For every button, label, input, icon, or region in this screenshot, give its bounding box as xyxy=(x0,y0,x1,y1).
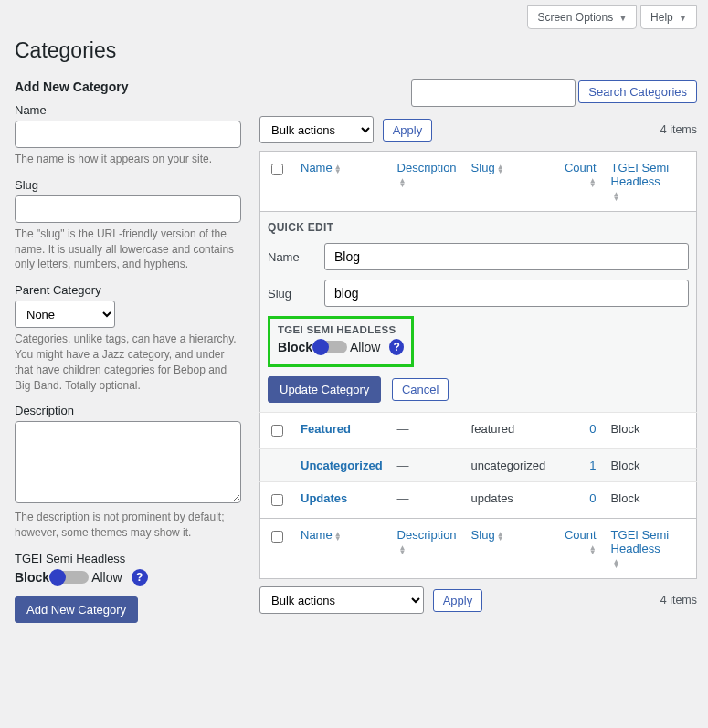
select-all-bottom[interactable] xyxy=(271,531,283,543)
help-label: Help xyxy=(650,11,673,24)
col-description[interactable]: Description xyxy=(397,161,457,174)
slug-help: The "slug" is the URL-friendly version o… xyxy=(15,227,241,272)
tgei-highlight-box: TGEI SEMI HEADLESS Block Allow ? xyxy=(268,316,414,367)
row-checkbox[interactable] xyxy=(271,425,283,437)
qe-slug-label: Slug xyxy=(268,287,324,301)
toggle-block-label: Block xyxy=(15,570,49,585)
add-new-category-button[interactable]: Add New Category xyxy=(15,596,138,623)
bulk-actions-select-top[interactable]: Bulk actions xyxy=(259,116,374,143)
screen-options-button[interactable]: Screen Options ▼ xyxy=(527,5,637,29)
sort-icon: ▲▼ xyxy=(497,532,504,541)
description-input[interactable] xyxy=(15,421,241,503)
add-new-heading: Add New Category xyxy=(15,79,241,94)
row-name-link[interactable]: Updates xyxy=(301,491,347,505)
tgei-label: TGEI Semi Headless xyxy=(15,552,241,565)
help-icon[interactable]: ? xyxy=(389,339,404,355)
parent-help: Categories, unlike tags, can have a hier… xyxy=(15,332,241,393)
col-name-foot[interactable]: Name xyxy=(301,528,333,542)
update-category-button[interactable]: Update Category xyxy=(268,376,381,403)
screen-options-label: Screen Options xyxy=(537,11,613,24)
help-button[interactable]: Help ▼ xyxy=(640,5,697,29)
sort-icon: ▲▼ xyxy=(399,178,407,187)
items-count-bottom: 4 items xyxy=(660,594,697,607)
description-help: The description is not prominent by defa… xyxy=(15,510,241,541)
row-slug: updates xyxy=(471,491,513,505)
chevron-down-icon: ▼ xyxy=(619,14,628,23)
page-title: Categories xyxy=(15,38,708,63)
tgei-toggle[interactable] xyxy=(52,571,89,584)
table-row: Uncategorized—uncategorized1Block xyxy=(260,449,697,482)
row-slug: uncategorized xyxy=(471,459,546,472)
row-tgei: Block xyxy=(611,459,640,472)
name-help: The name is how it appears on your site. xyxy=(15,152,241,167)
row-description: — xyxy=(397,459,409,472)
qe-name-label: Name xyxy=(268,250,324,264)
row-name-link[interactable]: Featured xyxy=(301,422,351,436)
col-tgei-foot[interactable]: TGEI Semi Headless xyxy=(611,528,670,555)
qe-toggle-allow-label: Allow xyxy=(350,340,380,354)
sort-icon: ▲▼ xyxy=(589,545,597,554)
name-input[interactable] xyxy=(15,121,241,148)
sort-icon: ▲▼ xyxy=(589,178,597,187)
table-row: Featured—featured0Block xyxy=(260,413,697,449)
qe-tgei-heading: TGEI SEMI HEADLESS xyxy=(278,324,404,335)
name-label: Name xyxy=(15,103,241,117)
categories-table: Name▲▼ Description▲▼ Slug▲▼ Count▲▼ TGEI… xyxy=(259,151,697,579)
apply-button-top[interactable]: Apply xyxy=(383,119,433,142)
row-slug: featured xyxy=(471,422,515,436)
select-all-top[interactable] xyxy=(271,164,283,175)
toggle-thumb xyxy=(312,339,329,355)
apply-button-bottom[interactable]: Apply xyxy=(433,589,483,612)
sort-icon: ▲▼ xyxy=(613,559,620,568)
toggle-allow-label: Allow xyxy=(91,570,122,585)
col-slug[interactable]: Slug xyxy=(471,161,495,174)
row-checkbox[interactable] xyxy=(271,494,283,506)
row-description: — xyxy=(397,491,409,505)
quick-edit-heading: QUICK EDIT xyxy=(268,221,689,234)
sort-icon: ▲▼ xyxy=(334,164,342,174)
qe-tgei-toggle[interactable] xyxy=(315,341,347,353)
search-button[interactable]: Search Categories xyxy=(578,80,697,103)
slug-label: Slug xyxy=(15,178,241,192)
bulk-actions-select-bottom[interactable]: Bulk actions xyxy=(259,586,424,614)
qe-toggle-block-label: Block xyxy=(278,340,312,354)
chevron-down-icon: ▼ xyxy=(679,14,687,23)
col-count[interactable]: Count xyxy=(565,161,597,174)
col-count-foot[interactable]: Count xyxy=(565,528,597,542)
sort-icon: ▲▼ xyxy=(334,532,342,541)
parent-select[interactable]: None xyxy=(15,301,115,328)
row-count-link[interactable]: 0 xyxy=(589,491,596,505)
toggle-thumb xyxy=(49,569,66,586)
help-icon[interactable]: ? xyxy=(132,569,148,586)
row-name-link[interactable]: Uncategorized xyxy=(301,459,383,472)
quick-edit-row: QUICK EDIT Name Slug TGEI SEMI HEADLESS xyxy=(260,212,697,413)
table-row: Updates—updates0Block xyxy=(260,482,697,519)
col-slug-foot[interactable]: Slug xyxy=(471,528,495,542)
cancel-button[interactable]: Cancel xyxy=(392,378,449,401)
sort-icon: ▲▼ xyxy=(399,545,407,554)
col-tgei[interactable]: TGEI Semi Headless xyxy=(611,161,670,188)
description-label: Description xyxy=(15,404,241,417)
qe-slug-input[interactable] xyxy=(324,280,689,307)
search-input[interactable] xyxy=(411,79,576,107)
col-name[interactable]: Name xyxy=(301,161,333,174)
col-description-foot[interactable]: Description xyxy=(397,528,457,542)
row-count-link[interactable]: 0 xyxy=(589,422,596,436)
row-count-link[interactable]: 1 xyxy=(589,459,596,472)
qe-name-input[interactable] xyxy=(324,243,689,270)
row-tgei: Block xyxy=(611,422,640,436)
sort-icon: ▲▼ xyxy=(497,164,504,174)
sort-icon: ▲▼ xyxy=(613,192,620,201)
parent-label: Parent Category xyxy=(15,283,241,297)
row-tgei: Block xyxy=(611,491,640,505)
items-count-top: 4 items xyxy=(660,123,697,136)
slug-input[interactable] xyxy=(15,195,241,223)
row-description: — xyxy=(397,422,409,436)
